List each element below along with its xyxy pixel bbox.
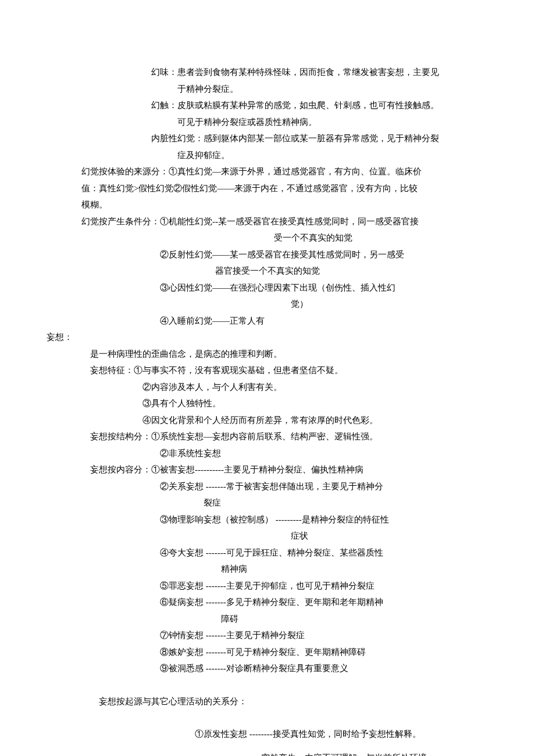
text-line: ⑤罪恶妄想 -------主要见于抑郁症，也可见于精神分裂症 xyxy=(47,578,488,594)
text-line: ③物理影响妄想（被控制感） ---------是精神分裂症的特征性 xyxy=(47,511,488,528)
text-line: 症状 xyxy=(47,528,488,544)
text-line: 觉） xyxy=(47,296,488,313)
text-line: 模糊。 xyxy=(47,196,488,213)
text-line xyxy=(47,677,488,693)
text-line: 可见于精神分裂症或器质性精神病。 xyxy=(47,114,488,131)
text-line: 妄想： xyxy=(47,329,488,346)
text-line: 幻觉按产生条件分：①机能性幻觉--某一感受器官在接受真性感觉同时，同一感受器官接 xyxy=(47,213,488,230)
text-line: ②反射性幻觉——某一感受器官在接受其性感觉同时，另一感受 xyxy=(47,246,488,263)
text-line: 幻触：皮肤或粘膜有某种异常的感觉，如虫爬、针刺感，也可有性接触感。 xyxy=(47,97,488,114)
text-line: 精神病 xyxy=(47,561,488,578)
text-line xyxy=(47,743,488,750)
text-line: 妄想按结构分：①系统性妄想—妄想内容前后联系、结构严密、逻辑性强。 xyxy=(47,428,488,445)
text-line: ⑧嫉妒妄想 -------可见于精神分裂症、更年期精神障碍 xyxy=(47,644,488,661)
document-body: 幻味：患者尝到食物有某种特殊怪味，因而拒食，常继发被害妄想，主要见于精神分裂症。… xyxy=(47,64,488,756)
text-line xyxy=(47,710,488,726)
text-line: ③具有个人独特性。 xyxy=(47,395,488,412)
text-line: 症及抑郁症。 xyxy=(47,147,488,164)
text-line: 是一种病理性的歪曲信念，是病态的推理和判断。 xyxy=(47,346,488,363)
text-line: ⑦钟情妄想 -------主要见于精神分裂症 xyxy=(47,627,488,644)
text-line: 于精神分裂症。 xyxy=(47,81,488,98)
text-line: ①原发性妄想 --------接受真性知觉，同时给予妄想性解释。 xyxy=(47,726,488,743)
text-line: ⑨被洞悉感 -------对诊断精神分裂症具有重要意义 xyxy=(47,660,488,677)
text-line: ②非系统性妄想 xyxy=(47,445,488,462)
text-line: ④因文化背景和个人经历而有所差异，常有浓厚的时代色彩。 xyxy=(47,412,488,429)
text-line: ②内容涉及本人，与个人利害有关。 xyxy=(47,379,488,396)
text-line: 幻觉按体验的来源分：①真性幻觉—来源于外界，通过感觉器官，有方向、位置。临床价 xyxy=(47,163,488,180)
text-line: ⑥疑病妄想 -------多见于精神分裂症、更年期和老年期精神 xyxy=(47,594,488,611)
text-line: 裂症 xyxy=(47,495,488,511)
text-line: a. 突然产生，内容不可理解，与当前所处环境 xyxy=(47,750,488,757)
text-line: 值：真性幻觉>假性幻觉②假性幻觉——来源于内在，不通过感觉器官，没有方向，比较 xyxy=(47,180,488,197)
text-line: ④入睡前幻觉——正常人有 xyxy=(47,313,488,329)
text-line: 受一个不真实的知觉 xyxy=(47,230,488,246)
text-line: 幻味：患者尝到食物有某种特殊怪味，因而拒食，常继发被害妄想，主要见 xyxy=(47,64,488,81)
text-line: 妄想按起源与其它心理活动的关系分： xyxy=(47,693,488,710)
text-line: 器官接受一个不真实的知觉 xyxy=(47,263,488,280)
text-line: ②关系妄想 -------常于被害妄想伴随出现，主要见于精神分 xyxy=(47,478,488,495)
text-line: 妄想特征：①与事实不符，没有客观现实基础，但患者坚信不疑。 xyxy=(47,362,488,379)
text-line: 妄想按内容分：①被害妄想----------主要见于精神分裂症、偏执性精神病 xyxy=(47,461,488,478)
text-line: 内脏性幻觉：感到躯体内部某一部位或某一脏器有异常感觉，见于精神分裂 xyxy=(47,130,488,147)
text-line: 障碍 xyxy=(47,611,488,628)
text-line: ④夸大妄想 -------可见于躁狂症、精神分裂症、某些器质性 xyxy=(47,544,488,561)
text-line: ③心因性幻觉——在强烈心理因素下出现（创伤性、插入性幻 xyxy=(47,280,488,296)
